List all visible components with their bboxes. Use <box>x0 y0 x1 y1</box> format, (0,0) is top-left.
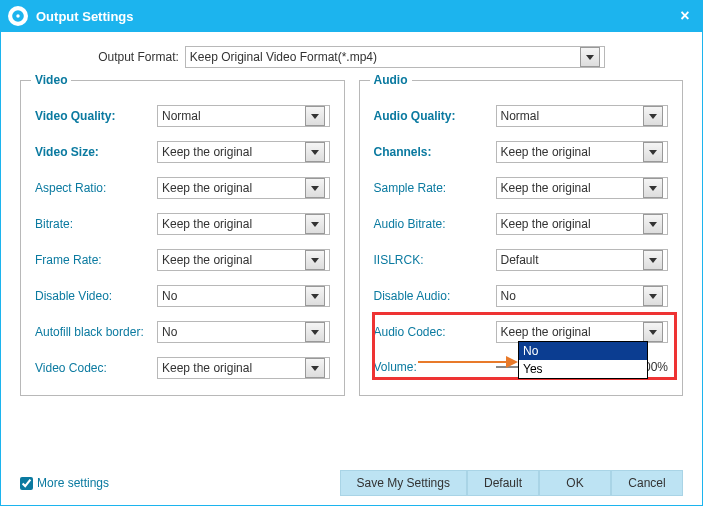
audio-panel-title: Audio <box>370 73 412 87</box>
volume-label: Volume: <box>374 360 496 374</box>
iislrck-select[interactable]: Default <box>496 249 669 271</box>
audio-quality-label: Audio Quality: <box>374 109 496 123</box>
ok-button[interactable]: OK <box>539 470 611 496</box>
video-bitrate-select[interactable]: Keep the original <box>157 213 330 235</box>
output-format-label: Output Format: <box>98 50 179 64</box>
audio-quality-select[interactable]: Normal <box>496 105 669 127</box>
channels-label: Channels: <box>374 145 496 159</box>
chevron-down-icon <box>305 106 325 126</box>
aspect-ratio-label: Aspect Ratio: <box>35 181 157 195</box>
autofill-border-label: Autofill black border: <box>35 325 157 339</box>
autofill-border-select[interactable]: No <box>157 321 330 343</box>
video-panel-title: Video <box>31 73 71 87</box>
frame-rate-label: Frame Rate: <box>35 253 157 267</box>
chevron-down-icon <box>643 322 663 342</box>
window-title: Output Settings <box>36 9 134 24</box>
chevron-down-icon <box>305 322 325 342</box>
video-quality-label: Video Quality: <box>35 109 157 123</box>
chevron-down-icon <box>305 358 325 378</box>
sample-rate-label: Sample Rate: <box>374 181 496 195</box>
more-settings-checkbox[interactable]: More settings <box>20 476 109 490</box>
default-button[interactable]: Default <box>467 470 539 496</box>
dropdown-option-no[interactable]: No <box>519 342 647 360</box>
aspect-ratio-select[interactable]: Keep the original <box>157 177 330 199</box>
chevron-down-icon <box>305 250 325 270</box>
chevron-down-icon <box>305 286 325 306</box>
video-quality-select[interactable]: Normal <box>157 105 330 127</box>
sample-rate-select[interactable]: Keep the original <box>496 177 669 199</box>
titlebar: Output Settings × <box>0 0 703 32</box>
chevron-down-icon <box>305 142 325 162</box>
svg-point-1 <box>16 14 20 18</box>
channels-select[interactable]: Keep the original <box>496 141 669 163</box>
close-button[interactable]: × <box>675 7 695 25</box>
disable-audio-select[interactable]: No <box>496 285 669 307</box>
more-settings-input[interactable] <box>20 477 33 490</box>
dropdown-option-yes[interactable]: Yes <box>519 360 647 378</box>
audio-bitrate-select[interactable]: Keep the original <box>496 213 669 235</box>
disable-video-select[interactable]: No <box>157 285 330 307</box>
video-codec-label: Video Codec: <box>35 361 157 375</box>
save-settings-button[interactable]: Save My Settings <box>340 470 467 496</box>
iislrck-label: IISLRCK: <box>374 253 496 267</box>
disable-audio-dropdown[interactable]: No Yes <box>518 341 648 379</box>
app-icon <box>8 6 28 26</box>
chevron-down-icon <box>305 178 325 198</box>
video-size-label: Video Size: <box>35 145 157 159</box>
video-size-select[interactable]: Keep the original <box>157 141 330 163</box>
audio-codec-select[interactable]: Keep the original <box>496 321 669 343</box>
audio-codec-label: Audio Codec: <box>374 325 496 339</box>
disable-audio-label: Disable Audio: <box>374 289 496 303</box>
chevron-down-icon <box>305 214 325 234</box>
chevron-down-icon <box>643 286 663 306</box>
chevron-down-icon <box>580 47 600 67</box>
chevron-down-icon <box>643 142 663 162</box>
chevron-down-icon <box>643 214 663 234</box>
frame-rate-select[interactable]: Keep the original <box>157 249 330 271</box>
cancel-button[interactable]: Cancel <box>611 470 683 496</box>
video-panel: Video Video Quality:Normal Video Size:Ke… <box>20 80 345 396</box>
video-codec-select[interactable]: Keep the original <box>157 357 330 379</box>
chevron-down-icon <box>643 178 663 198</box>
output-format-select[interactable]: Keep Original Video Format(*.mp4) <box>185 46 605 68</box>
video-bitrate-label: Bitrate: <box>35 217 157 231</box>
chevron-down-icon <box>643 250 663 270</box>
chevron-down-icon <box>643 106 663 126</box>
disable-video-label: Disable Video: <box>35 289 157 303</box>
audio-bitrate-label: Audio Bitrate: <box>374 217 496 231</box>
